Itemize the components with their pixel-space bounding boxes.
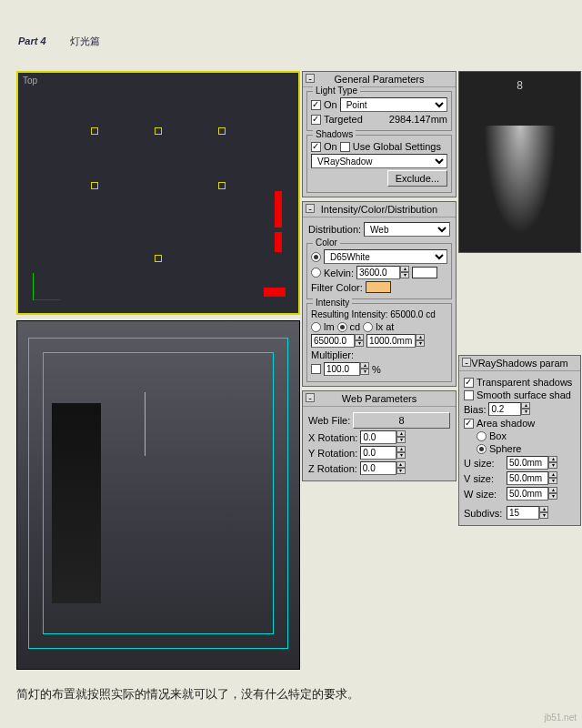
rollout-header[interactable]: - Web Parameters	[303, 391, 456, 407]
xrot-spinner[interactable]: ▴▾	[360, 430, 406, 444]
multiplier-input[interactable]	[324, 362, 360, 376]
spin-down-icon[interactable]: ▾	[539, 512, 548, 519]
rollout-header[interactable]: - Intensity/Color/Distribution	[303, 202, 456, 217]
spin-down-icon[interactable]: ▾	[548, 493, 557, 500]
spin-up-icon[interactable]: ▴	[396, 461, 406, 468]
spin-up-icon[interactable]: ▴	[539, 506, 548, 512]
spin-down-icon[interactable]: ▾	[355, 340, 364, 347]
intensity-spinner[interactable]: ▴▾	[311, 334, 364, 348]
at-spinner[interactable]: ▴▾	[366, 334, 425, 348]
kelvin-input[interactable]	[356, 266, 400, 279]
spin-down-icon[interactable]: ▾	[396, 468, 406, 474]
rollout-vray-shadows: - VRayShadows param Transparent shadows …	[458, 355, 581, 526]
usize-label: U size:	[464, 458, 504, 469]
spin-down-icon[interactable]: ▾	[396, 452, 406, 459]
light-marker[interactable]	[155, 255, 162, 262]
spin-up-icon[interactable]: ▴	[548, 456, 557, 462]
spin-up-icon[interactable]: ▴	[548, 471, 557, 478]
light-marker[interactable]	[218, 127, 226, 135]
sphere-radio[interactable]	[477, 444, 487, 454]
area-shadow-checkbox[interactable]	[464, 419, 474, 429]
light-marker[interactable]	[218, 182, 226, 189]
rollout-web: - Web Parameters Web File: 8 X Rotation:…	[302, 390, 457, 481]
spin-down-icon[interactable]: ▾	[521, 409, 530, 415]
subdivs-input[interactable]	[507, 506, 539, 520]
distribution-select[interactable]: Web	[364, 222, 450, 237]
viewport-perspective[interactable]	[16, 320, 300, 670]
at-input[interactable]	[366, 334, 416, 348]
rollout-title: Intensity/Color/Distribution	[321, 204, 437, 215]
light-marker[interactable]	[155, 127, 162, 135]
zrot-spinner[interactable]: ▴▾	[360, 461, 406, 475]
shadows-on-checkbox[interactable]	[311, 142, 321, 152]
spin-down-icon[interactable]: ▾	[548, 462, 557, 469]
kelvin-radio[interactable]	[311, 268, 321, 278]
preset-radio[interactable]	[311, 252, 321, 262]
kelvin-spinner[interactable]: ▴▾	[356, 266, 409, 279]
spin-up-icon[interactable]: ▴	[400, 266, 409, 272]
spin-down-icon[interactable]: ▾	[416, 340, 425, 347]
shadow-type-select[interactable]: VRayShadow	[311, 154, 447, 168]
cd-radio[interactable]	[337, 322, 347, 332]
yrot-spinner[interactable]: ▴▾	[360, 446, 406, 460]
group-intensity: Intensity Resulting Intensity: 65000.0 c…	[306, 303, 452, 382]
web-file-button[interactable]: 8	[353, 412, 450, 429]
bias-spinner[interactable]: ▴▾	[488, 402, 530, 416]
lm-label: lm	[324, 321, 335, 332]
wsize-input[interactable]	[507, 487, 548, 500]
usize-input[interactable]	[507, 456, 548, 470]
rollout-header[interactable]: - VRayShadows param	[459, 356, 580, 371]
collapse-icon[interactable]: -	[306, 393, 315, 402]
wsize-spinner[interactable]: ▴▾	[507, 487, 557, 500]
zrot-input[interactable]	[360, 461, 396, 475]
collapse-icon[interactable]: -	[306, 74, 315, 83]
spin-down-icon[interactable]: ▾	[396, 437, 406, 443]
spin-down-icon[interactable]: ▾	[360, 369, 369, 375]
spin-up-icon[interactable]: ▴	[355, 334, 364, 340]
caption-text: 简灯的布置就按照实际的情况来就可以了，没有什么特定的要求。	[16, 686, 359, 703]
subdivs-spinner[interactable]: ▴▾	[507, 506, 548, 520]
transparent-checkbox[interactable]	[464, 378, 474, 388]
exclude-button[interactable]: Exclude...	[387, 170, 447, 187]
use-global-checkbox[interactable]	[340, 142, 350, 152]
usize-spinner[interactable]: ▴▾	[507, 456, 557, 470]
xrot-input[interactable]	[360, 430, 396, 444]
on-checkbox[interactable]	[311, 100, 321, 110]
light-glow	[484, 126, 557, 235]
vray-shadows-column: - VRayShadows param Transparent shadows …	[458, 355, 581, 530]
spin-up-icon[interactable]: ▴	[548, 487, 557, 493]
collapse-icon[interactable]: -	[306, 204, 315, 213]
smooth-checkbox[interactable]	[464, 390, 474, 400]
bias-input[interactable]	[488, 402, 521, 416]
spin-up-icon[interactable]: ▴	[396, 430, 406, 437]
multiplier-spinner[interactable]: ▴▾	[324, 362, 369, 376]
light-type-select[interactable]: Point	[340, 97, 447, 112]
targeted-checkbox[interactable]	[311, 115, 321, 125]
vsize-input[interactable]	[507, 471, 548, 485]
spin-up-icon[interactable]: ▴	[521, 402, 530, 409]
intensity-input[interactable]	[311, 334, 355, 348]
vsize-spinner[interactable]: ▴▾	[507, 471, 557, 485]
spin-up-icon[interactable]: ▴	[396, 446, 406, 452]
kelvin-label: Kelvin:	[324, 268, 354, 278]
yrot-input[interactable]	[360, 446, 396, 460]
multiplier-checkbox[interactable]	[311, 364, 321, 374]
spin-down-icon[interactable]: ▾	[400, 272, 409, 278]
box-radio[interactable]	[477, 431, 487, 441]
spin-up-icon[interactable]: ▴	[416, 334, 425, 340]
kelvin-swatch[interactable]	[412, 267, 437, 278]
collapse-icon[interactable]: -	[462, 358, 471, 367]
lm-radio[interactable]	[311, 322, 321, 332]
wsize-label: W size:	[464, 489, 504, 500]
lxat-label: lx at	[376, 321, 394, 332]
filter-color-swatch[interactable]	[366, 281, 391, 293]
spin-up-icon[interactable]: ▴	[360, 362, 369, 369]
light-marker[interactable]	[91, 182, 98, 189]
viewport-top[interactable]: Top	[16, 71, 300, 315]
target-distance: 2984.147mm	[389, 114, 447, 125]
bias-label: Bias:	[464, 404, 486, 415]
spin-down-icon[interactable]: ▾	[548, 478, 557, 484]
color-preset-select[interactable]: D65White	[324, 249, 447, 264]
light-marker[interactable]	[91, 127, 98, 135]
lxat-radio[interactable]	[363, 322, 373, 332]
